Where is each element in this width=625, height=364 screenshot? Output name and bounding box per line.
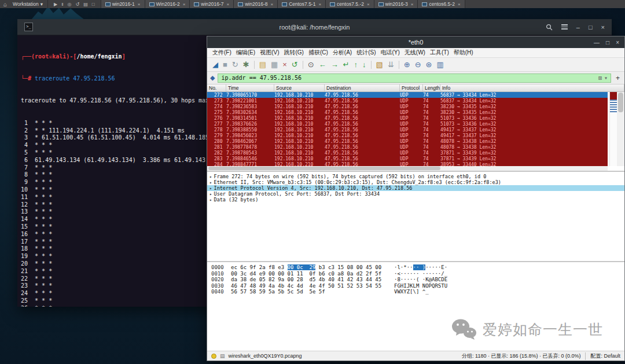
menu-item[interactable]: 分析(A) [330,49,354,57]
open-file-icon[interactable]: ▤ [259,61,266,68]
hex-dump-row[interactable]: 0020da 38 de 05 82 9a 00 28 d5 4b 40 41 … [211,277,624,283]
vm-tab-close-icon[interactable]: × [227,2,230,7]
hex-dump-row[interactable]: 004056 57 58 59 5a 5b 5c 5d 5e 5fVWXYZ[\… [211,289,624,295]
menu-item[interactable]: 编辑(E) [234,49,258,57]
find-packet-icon[interactable]: ⊙ [308,61,314,68]
vm-suspend-icon[interactable]: ‖ [61,2,63,7]
menu-hamburger-icon[interactable] [561,23,568,31]
hex-dump-row[interactable]: 001000 3c d4 e9 00 00 01 11 0f b6 c0 a8 … [211,271,624,277]
minimize-button[interactable]: – [576,24,580,31]
minimize-button[interactable]: — [594,39,600,46]
vm-fullscreen-icon[interactable]: □ [92,2,95,7]
go-back-icon[interactable]: ← [319,61,326,68]
menu-item[interactable]: 电话(Y) [378,49,402,57]
go-to-packet-icon[interactable]: ↵ [343,61,350,68]
column-header-protocol[interactable]: Protocol [400,84,423,91]
expand-arrow-icon[interactable]: ▸ [209,174,212,179]
vmware-vm-tab[interactable]: win2016-1 × [101,0,145,8]
save-file-icon[interactable]: ▦ [271,61,278,68]
terminal-titlebar[interactable]: >_ root@kali: /home/fengxin – □ × [17,19,612,35]
zoom-original-icon[interactable]: ⊛ [426,61,432,68]
close-file-icon[interactable]: × [282,61,287,68]
filter-clear-icon[interactable]: ⊠ [598,75,602,81]
column-header-time[interactable]: Time [226,84,274,91]
column-header-destination[interactable]: Destination [325,84,400,91]
vm-tab-close-icon[interactable]: × [411,2,414,7]
go-first-packet-icon[interactable]: ↑ [354,61,358,68]
maximize-button[interactable]: □ [589,24,593,31]
packet-row[interactable]: 284 7.398847771 192.168.10.210 47.95.218… [207,161,608,166]
vmware-vm-tab[interactable]: win2016-3 × [374,0,418,8]
wireshark-titlebar[interactable]: *eth0 — □ × [207,36,624,48]
packet-row[interactable]: 275 7.398302634 192.168.10.210 47.95.218… [207,109,608,115]
packet-row[interactable]: 277 7.398376626 192.168.10.210 47.95.218… [207,121,608,127]
column-header-no[interactable]: No. [207,84,226,91]
close-button[interactable]: × [601,24,605,31]
capture-options-icon[interactable]: ✱ [243,61,249,68]
expand-arrow-icon[interactable]: ▸ [209,186,212,191]
vm-tab-close-icon[interactable]: × [270,2,273,7]
vm-snapshot-icon[interactable]: ◎ [68,2,72,7]
vm-power-icon[interactable]: ▶ [54,2,57,7]
maximize-button[interactable]: □ [606,39,609,46]
column-header-source[interactable]: Source [274,84,325,91]
go-last-packet-icon[interactable]: ↓ [362,61,366,68]
workstation-menu[interactable]: Workstation ▾ [10,0,48,8]
packet-row[interactable]: 280 7.398462067 192.168.10.210 47.95.218… [207,138,608,144]
hex-dump-row[interactable]: 003046 47 48 49 4a 4b 4c 4d 4e 4f 50 51 … [211,283,624,289]
menu-item[interactable]: 捕获(C) [306,49,330,57]
zoom-out-icon[interactable]: ⊖ [415,61,421,68]
packet-list-vertical-scrollbar[interactable] [617,92,624,166]
packet-detail-row[interactable]: ▸Data (32 bytes) [207,197,624,203]
auto-scroll-icon[interactable]: ⇊ [388,61,394,68]
go-forward-icon[interactable]: → [331,61,339,68]
hex-dump-row[interactable]: 0000ec 6c 9f 2a f8 e3 00 0c 29 b3 c3 15 … [211,264,624,271]
menu-item[interactable]: 跳转(G) [281,49,306,57]
packet-detail-row[interactable]: ▸User Datagram Protocol, Src Port: 56837… [207,191,624,197]
packet-row[interactable]: 272 7.398065170 192.168.10.210 47.95.218… [207,92,608,98]
home-icon[interactable]: ⌂ [0,1,10,8]
vm-tab-close-icon[interactable]: × [318,2,321,7]
capture-comment-icon[interactable]: ▤ [220,353,225,359]
search-icon[interactable] [546,24,553,31]
stop-capture-icon[interactable]: ■ [223,61,227,68]
vmware-vm-tab[interactable]: win2016-7 × [190,0,234,8]
menu-item[interactable]: 工具(T) [428,49,451,57]
display-filter-input[interactable]: ip.addr == 47.95.218.56 ⊠ ▾ [218,73,611,83]
expert-info-icon[interactable] [211,354,216,359]
vm-tab-close-icon[interactable]: × [458,2,461,7]
menu-item[interactable]: 无线(W) [402,49,428,57]
restart-capture-icon[interactable]: ↻ [232,61,238,68]
menu-item[interactable]: 统计(S) [354,49,378,57]
expand-arrow-icon[interactable]: ▸ [209,180,212,185]
colorize-packets-icon[interactable]: ▧ [376,61,383,68]
expand-arrow-icon[interactable]: ▸ [209,197,212,203]
vm-tab-close-icon[interactable]: × [183,2,186,7]
filter-add-button[interactable]: + [614,74,622,82]
vm-console-view-icon[interactable]: ▤ [83,2,88,7]
vmware-vm-tab[interactable]: centos6.5-2 × [418,0,465,8]
vmware-vm-tab[interactable]: Centos7.5-1 × [278,0,326,8]
zoom-in-icon[interactable]: ⊕ [404,61,410,68]
packet-detail-row[interactable]: ▸Ethernet II, Src: VMware_b3:c3:15 (00:0… [207,179,624,185]
packet-row[interactable]: 274 7.398236583 192.168.10.210 47.95.218… [207,104,608,109]
packet-list-horizontal-scrollbar[interactable] [207,166,608,171]
packet-row[interactable]: 283 7.398846546 192.168.10.210 47.95.218… [207,156,608,161]
filter-dropdown-icon[interactable]: ▾ [604,75,608,81]
menu-item[interactable]: 帮助(H) [451,49,476,57]
resize-columns-icon[interactable]: ▥ [437,61,444,68]
packet-row[interactable]: 278 7.398388550 192.168.10.210 47.95.218… [207,127,608,133]
packet-row[interactable]: 281 7.398778478 192.168.10.210 47.95.218… [207,144,608,150]
vmware-vm-tab[interactable]: centos7.5.-2 × [326,0,374,8]
vm-revert-icon[interactable]: ↺ [76,2,80,7]
packet-detail-row[interactable]: ▸Frame 272: 74 bytes on wire (592 bits),… [207,174,624,179]
profile-label[interactable]: 配置: Default [585,352,620,360]
vm-tab-close-icon[interactable]: × [138,2,141,7]
start-capture-icon[interactable]: ◢ [212,61,218,68]
packet-row[interactable]: 279 7.398456023 192.168.10.210 47.95.218… [207,133,608,138]
packet-row[interactable]: 276 7.398314501 192.168.10.210 47.95.218… [207,115,608,121]
packet-detail-row[interactable]: ▸Internet Protocol Version 4, Src: 192.1… [207,185,624,191]
close-button[interactable]: × [616,39,619,46]
filter-bookmark-icon[interactable]: ◆ [210,74,215,82]
column-header-length[interactable]: Length [423,84,440,91]
